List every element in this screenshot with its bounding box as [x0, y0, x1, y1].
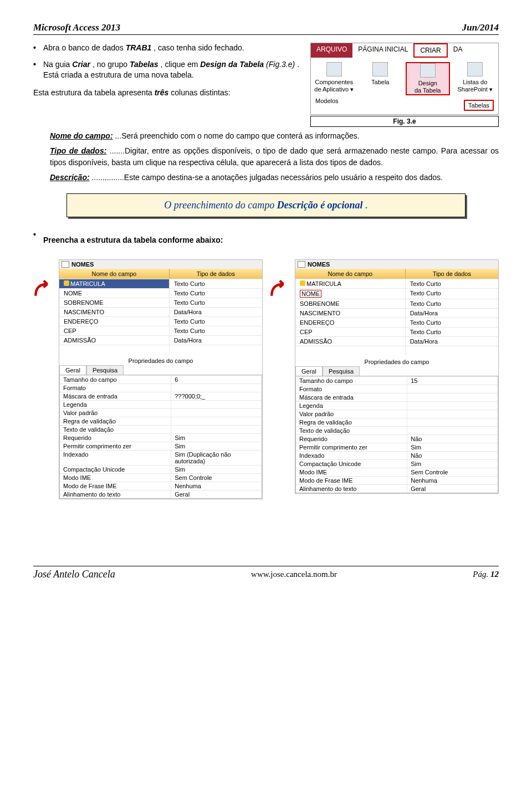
section-title: Preencha a estrutura da tabela conforme …: [43, 235, 223, 246]
fields-header: Nome do campo Tipo de dados: [295, 269, 498, 279]
property-row[interactable]: Formato: [296, 385, 498, 393]
property-row[interactable]: Permitir comprimento zerSim: [296, 443, 498, 451]
prop-value: [407, 385, 498, 393]
prop-value: Geral: [171, 490, 262, 498]
prop-label: Modo de Frase IME: [296, 477, 407, 484]
ribbon-group-design-tabela[interactable]: Design da Tabela: [406, 62, 450, 95]
bullet-open-db: • Abra o banco de dados TRAB1 , caso ten…: [33, 43, 299, 54]
field-type: Texto Curto: [405, 299, 498, 308]
col-header-type: Tipo de dados: [169, 269, 262, 279]
header-left: Microsoft Access 2013: [33, 22, 120, 33]
property-row[interactable]: Máscara de entrada: [296, 393, 498, 401]
tab-pagina-inicial[interactable]: PÁGINA INICIAL: [352, 43, 413, 58]
prop-value: Sim: [171, 442, 262, 450]
table-row[interactable]: NOMETexto Curto: [59, 288, 262, 298]
property-row[interactable]: Texto de validação: [296, 426, 498, 434]
property-row[interactable]: Modo IMESem Controle: [296, 468, 498, 476]
property-row[interactable]: Alinhamento do textoGeral: [60, 490, 262, 498]
bullet-icon: •: [33, 229, 43, 254]
table-row[interactable]: ADMISSÃOData/Hora: [295, 336, 498, 346]
ribbon-group-componentes[interactable]: Componentes de Aplicativo ▾: [313, 62, 355, 95]
page-footer: José Antelo Cancela www.jose.cancela.nom…: [33, 566, 499, 580]
tab-da[interactable]: DA: [448, 43, 468, 58]
label: da Tabela: [407, 87, 449, 94]
property-row[interactable]: Compactação UnicodeSim: [60, 465, 262, 473]
table-design-left: NOMES Nome do campo Tipo de dados MATRIC…: [59, 259, 263, 499]
property-row[interactable]: Tamanho do campo15: [296, 376, 498, 385]
property-row[interactable]: Formato: [60, 383, 262, 392]
prop-label: Texto de validação: [296, 427, 407, 434]
prop-label: Máscara de entrada: [60, 392, 171, 400]
property-row[interactable]: Legenda: [60, 400, 262, 408]
prop-label: Modo IME: [60, 474, 171, 482]
table-row[interactable]: ADMISSÃOData/Hora: [59, 335, 262, 345]
field-type: Texto Curto: [169, 326, 262, 335]
field-type: Data/Hora: [405, 309, 498, 318]
prop-value: Sem Controle: [407, 468, 498, 476]
table-row[interactable]: ENDEREÇOTexto Curto: [295, 318, 498, 327]
footer-site: www.jose.cancela.nom.br: [251, 570, 337, 579]
note-text: .: [365, 200, 368, 211]
text: Abra o banco de dados: [43, 43, 126, 52]
prop-label: Formato: [60, 384, 171, 392]
prop-value: Sim: [171, 466, 262, 473]
property-row[interactable]: Alinhamento do textoGeral: [296, 484, 498, 493]
table-row[interactable]: NASCIMENTOData/Hora: [295, 308, 498, 318]
tab-geral[interactable]: Geral: [59, 365, 86, 375]
prop-label: Compactação Unicode: [296, 460, 407, 468]
property-row[interactable]: Modo IMESem Controle: [60, 473, 262, 482]
prop-label: Alinhamento do texto: [60, 490, 171, 498]
property-row[interactable]: IndexadoSim (Duplicação não autorizada): [60, 450, 262, 465]
property-row[interactable]: Valor padrão: [60, 408, 262, 417]
property-row[interactable]: RequeridoNão: [296, 434, 498, 443]
tab-criar[interactable]: CRIAR: [413, 43, 447, 58]
property-row[interactable]: Compactação UnicodeSim: [296, 459, 498, 468]
prop-label: Permitir comprimento zer: [296, 443, 407, 451]
field-type: Texto Curto: [405, 318, 498, 327]
prop-label: Máscara de entrada: [296, 393, 407, 401]
field-name: CEP: [300, 329, 313, 335]
table-row[interactable]: ENDEREÇOTexto Curto: [59, 316, 262, 326]
tab-pesquisa[interactable]: Pesquisa: [86, 365, 124, 375]
property-row[interactable]: Regra de validação: [296, 418, 498, 426]
table-icon: [62, 261, 69, 268]
property-row[interactable]: Legenda: [296, 401, 498, 410]
prop-label: Legenda: [296, 402, 407, 410]
properties-table: Tamanho do campo6FormatoMáscara de entra…: [59, 375, 262, 499]
tab-pesquisa[interactable]: Pesquisa: [323, 366, 360, 376]
table-row[interactable]: CEPTexto Curto: [295, 327, 498, 336]
properties-table: Tamanho do campo15FormatoMáscara de entr…: [295, 376, 498, 493]
property-row[interactable]: Modo de Frase IMENenhuma: [60, 482, 262, 490]
prop-value: Nenhuma: [171, 482, 262, 490]
ribbon-group-tabela[interactable]: Tabela: [360, 62, 402, 95]
table-row[interactable]: NOMETexto Curto: [295, 288, 498, 299]
property-row[interactable]: Valor padrão: [296, 410, 498, 418]
tab-geral[interactable]: Geral: [295, 366, 323, 376]
table-row[interactable]: SOBRENOMETexto Curto: [59, 298, 262, 307]
tab-arquivo[interactable]: ARQUIVO: [311, 43, 352, 58]
table-row[interactable]: SOBRENOMETexto Curto: [295, 299, 498, 308]
property-row[interactable]: Regra de validação: [60, 417, 262, 425]
property-row[interactable]: IndexadoNão: [296, 451, 498, 459]
property-row[interactable]: Texto de validação: [60, 425, 262, 433]
table-row[interactable]: NASCIMENTOData/Hora: [59, 307, 262, 316]
table-row[interactable]: CEPTexto Curto: [59, 326, 262, 335]
table-row[interactable]: MATRICULATexto Curto: [59, 279, 262, 288]
property-row[interactable]: RequeridoSim: [60, 433, 262, 442]
property-row[interactable]: Tamanho do campo6: [60, 375, 262, 383]
field-name: NOME: [300, 290, 321, 298]
prop-value: [407, 402, 498, 410]
label: SharePoint ▾: [454, 86, 497, 93]
property-row[interactable]: Modo de Frase IMENenhuma: [296, 476, 498, 484]
property-row[interactable]: Máscara de entrada???000;0;_: [60, 392, 262, 400]
label: Tabela: [360, 79, 402, 86]
note-box: O preenchimento do campo Descrição é opc…: [66, 193, 466, 217]
ribbon-group-listas[interactable]: Listas do SharePoint ▾: [454, 62, 497, 95]
table-row[interactable]: MATRICULATexto Curto: [295, 279, 498, 288]
listas-icon: [467, 62, 483, 76]
text: colunas distintas:: [171, 88, 230, 97]
header-right: Jun/2014: [462, 22, 499, 33]
property-row[interactable]: Permitir comprimento zerSim: [60, 442, 262, 450]
def-nome-campo: Nome do campo: ...Será preenchido com o …: [50, 130, 499, 142]
text-strong: Design da Tabela: [200, 60, 264, 69]
